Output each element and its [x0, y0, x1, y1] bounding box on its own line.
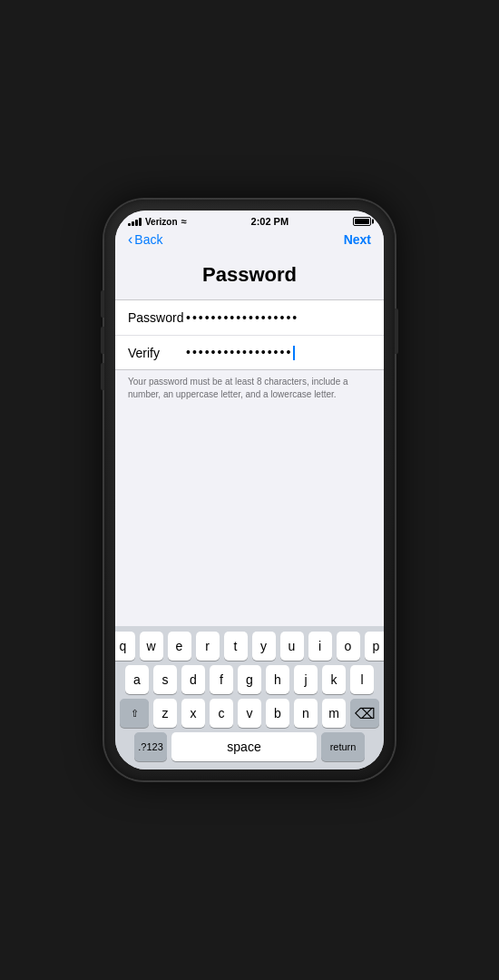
- keyboard-row-2: a s d f g h j k l: [118, 665, 381, 694]
- key-u[interactable]: u: [280, 632, 304, 661]
- keyboard: q w e r t y u i o p a s d f g h j k: [115, 626, 384, 769]
- key-w[interactable]: w: [140, 632, 163, 661]
- battery-icon: [353, 217, 371, 226]
- password-row: Password ••••••••••••••••••: [115, 300, 384, 335]
- space-key[interactable]: space: [171, 732, 317, 761]
- key-i[interactable]: i: [308, 632, 332, 661]
- carrier-label: Verizon: [145, 217, 178, 227]
- key-q[interactable]: q: [115, 632, 135, 661]
- key-j[interactable]: j: [294, 665, 318, 694]
- phone-device: Verizon ≈ 2:02 PM ‹ Back Next Password: [104, 200, 395, 780]
- content-area: Password Password •••••••••••••••••• Ver…: [115, 254, 384, 626]
- key-a[interactable]: a: [125, 665, 149, 694]
- navigation-bar: ‹ Back Next: [115, 229, 384, 254]
- key-z[interactable]: z: [153, 699, 177, 728]
- status-bar: Verizon ≈ 2:02 PM: [115, 211, 384, 229]
- password-label: Password: [128, 310, 186, 325]
- page-title: Password: [115, 254, 384, 299]
- status-time: 2:02 PM: [251, 216, 289, 227]
- numbers-key[interactable]: .?123: [134, 732, 167, 761]
- next-button[interactable]: Next: [344, 232, 371, 247]
- key-d[interactable]: d: [181, 665, 205, 694]
- key-g[interactable]: g: [238, 665, 261, 694]
- form-section: Password •••••••••••••••••• Verify •••••…: [115, 299, 384, 370]
- key-n[interactable]: n: [294, 699, 318, 728]
- keyboard-row-1: q w e r t y u i o p: [118, 632, 381, 661]
- key-s[interactable]: s: [153, 665, 177, 694]
- signal-bars-icon: [128, 217, 142, 226]
- key-p[interactable]: p: [365, 632, 385, 661]
- keyboard-row-3: ⇧ z x c v b n m ⌫: [118, 699, 381, 728]
- battery-fill: [355, 219, 369, 224]
- key-h[interactable]: h: [266, 665, 289, 694]
- key-t[interactable]: t: [224, 632, 248, 661]
- text-cursor: [293, 346, 295, 360]
- key-x[interactable]: x: [181, 699, 205, 728]
- key-f[interactable]: f: [210, 665, 233, 694]
- delete-key[interactable]: ⌫: [350, 699, 379, 728]
- key-b[interactable]: b: [266, 699, 289, 728]
- keyboard-row-bottom: .?123 space return: [118, 732, 381, 761]
- wifi-icon: ≈: [181, 216, 187, 227]
- password-field[interactable]: ••••••••••••••••••: [186, 310, 371, 325]
- verify-value: •••••••••••••••••: [186, 345, 292, 359]
- verify-field[interactable]: •••••••••••••••••: [186, 345, 371, 360]
- key-c[interactable]: c: [210, 699, 233, 728]
- password-hint: Your password must be at least 8 charact…: [115, 370, 384, 410]
- verify-label: Verify: [128, 346, 186, 360]
- status-left: Verizon ≈: [128, 216, 187, 227]
- verify-row: Verify •••••••••••••••••: [115, 335, 384, 369]
- key-v[interactable]: v: [238, 699, 261, 728]
- key-r[interactable]: r: [196, 632, 220, 661]
- key-e[interactable]: e: [168, 632, 191, 661]
- back-button[interactable]: ‹ Back: [128, 232, 162, 247]
- back-chevron-icon: ‹: [128, 232, 132, 247]
- return-key[interactable]: return: [321, 732, 365, 761]
- key-m[interactable]: m: [322, 699, 346, 728]
- back-label: Back: [134, 232, 162, 247]
- status-right: [353, 217, 371, 226]
- key-y[interactable]: y: [252, 632, 276, 661]
- key-o[interactable]: o: [337, 632, 360, 661]
- key-l[interactable]: l: [350, 665, 374, 694]
- key-k[interactable]: k: [322, 665, 346, 694]
- phone-screen: Verizon ≈ 2:02 PM ‹ Back Next Password: [115, 211, 384, 769]
- shift-key[interactable]: ⇧: [120, 699, 149, 728]
